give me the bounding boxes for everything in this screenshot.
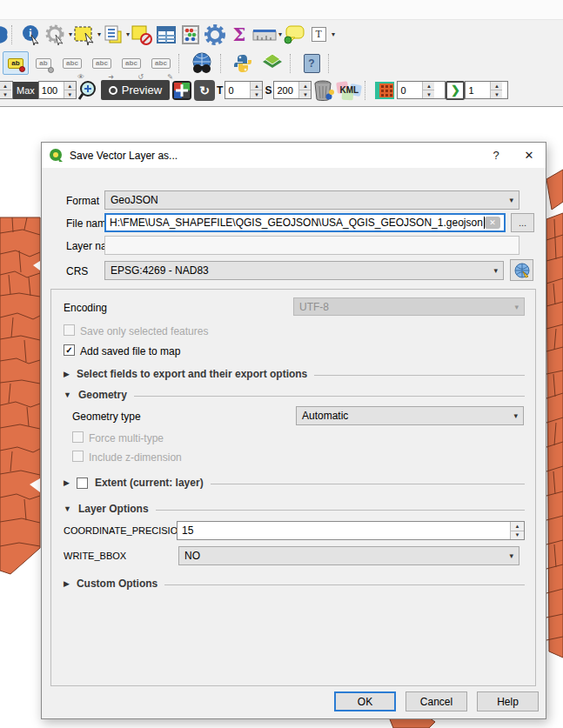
help-button[interactable]: ? [298, 51, 325, 75]
clear-text-icon[interactable]: ✕ [485, 217, 500, 229]
raster-grid-button[interactable] [373, 78, 396, 102]
map-tips-button[interactable] [283, 23, 305, 46]
geometry-checker-button[interactable] [258, 51, 286, 75]
write-bbox-label: WRITE_BBOX [64, 551, 126, 561]
magnifier-plus-icon [77, 79, 100, 102]
dialog-help-button[interactable]: ? [479, 143, 513, 168]
python-console-button[interactable] [229, 51, 257, 75]
layer-options-section-header[interactable]: ▼ Layer Options [64, 503, 525, 515]
separator [178, 54, 184, 73]
measure-dropdown[interactable]: ▾ [278, 30, 282, 38]
s-value-spinner[interactable]: 200 ▲▼ [273, 81, 312, 99]
collapsed-arrow-icon[interactable]: ▶ [64, 370, 70, 378]
filename-input[interactable]: H:\FME\USA_SHAPEFILE\QGIS_GEOJSON\USA_QG… [104, 213, 506, 232]
statistics-panel-button[interactable] [179, 23, 202, 46]
rotate-label-button[interactable]: abc ↺ [117, 51, 145, 75]
dialog-close-button[interactable]: ✕ [513, 143, 546, 168]
processing-toolbox-button[interactable] [204, 23, 226, 46]
help-dialog-button[interactable]: Help [477, 691, 539, 711]
measure-button[interactable] [252, 23, 277, 46]
select-features-dropdown[interactable]: ▾ [97, 30, 101, 38]
expanded-arrow-icon[interactable]: ▼ [64, 504, 71, 513]
attribute-table-icon [156, 25, 177, 44]
crs-select-button[interactable] [510, 259, 533, 281]
chevron-down-icon: ▾ [514, 303, 519, 311]
text-annotation-button[interactable]: T [307, 23, 330, 46]
encoding-label: Encoding [64, 302, 107, 314]
help-book-icon: ? [304, 54, 320, 73]
ok-button[interactable]: OK [334, 691, 396, 711]
crs-label: CRS [66, 265, 88, 277]
layer-diagram-button[interactable]: ab [30, 51, 57, 75]
preview-toggle-button[interactable]: Preview [101, 80, 170, 100]
select-by-form-dropdown[interactable]: ▾ [126, 30, 130, 38]
open-attribute-table-button[interactable] [155, 23, 178, 46]
toolbar-row-labels: ab ab abc 👁 abc ➜ abc ↺ abc ✎ [0, 49, 563, 77]
extent-checkbox[interactable] [77, 478, 88, 489]
save-vector-layer-dialog: Save Vector Layer as... ? ✕ Format GeoJS… [41, 142, 546, 719]
collapsed-arrow-icon[interactable]: ▶ [64, 478, 70, 487]
select-features-button[interactable] [73, 23, 96, 46]
encoding-combo: UTF-8 ▾ [293, 297, 525, 316]
max-value-spinner[interactable]: 100 ▲▼ [38, 81, 77, 99]
feature-action-dropdown[interactable]: ▾ [69, 30, 72, 38]
select-by-form-button[interactable] [102, 23, 124, 46]
coordinate-precision-spinner[interactable]: 15 ▲▼ [177, 521, 525, 540]
extent-section-header[interactable]: ▶ Extent (current: layer) [64, 477, 525, 489]
step-forward-button[interactable]: ❯ [446, 81, 465, 100]
identify-features-button[interactable]: i [20, 23, 43, 46]
dialog-titlebar[interactable]: Save Vector Layer as... ? ✕ [42, 143, 546, 168]
statistics-abacus-icon [180, 24, 201, 45]
deselect-features-button[interactable] [131, 23, 153, 46]
collapsed-arrow-icon[interactable]: ▶ [64, 579, 70, 588]
text-annotation-icon: T [312, 27, 326, 42]
run-feature-action-button[interactable] [44, 23, 67, 46]
add-to-map-checkbox[interactable]: ✓ [64, 344, 75, 356]
force-multi-label: Force multi-type [89, 432, 164, 444]
format-combo[interactable]: GeoJSON ▾ [104, 190, 519, 210]
sigma-icon: Σ [233, 25, 246, 43]
change-label-button[interactable]: abc ✎ [147, 51, 175, 75]
clipped-spinner[interactable]: ▲▼ [0, 81, 13, 99]
divider [314, 375, 525, 376]
move-label-button[interactable]: abc ➜ [88, 51, 116, 75]
toolbar-area: i ▾ ▾ [0, 0, 563, 107]
layer-labeling-button[interactable]: ab [3, 51, 29, 75]
kml-export-button[interactable]: KML [336, 81, 362, 100]
identify-features-icon: i [21, 24, 42, 45]
pan-map-icon[interactable] [0, 24, 9, 45]
pin-icon [48, 67, 54, 73]
measure-ruler-icon [252, 27, 277, 43]
metasearch-button[interactable] [187, 51, 217, 75]
refresh-button[interactable]: ↻ [194, 80, 215, 101]
geometry-type-combo[interactable]: Automatic ▾ [296, 406, 524, 425]
trash-icon [313, 79, 334, 102]
gear-icon [204, 23, 226, 46]
select-fields-section-header[interactable]: ▶ Select fields to export and their expo… [64, 368, 525, 380]
layername-input[interactable] [104, 236, 519, 255]
separator [220, 54, 225, 73]
write-bbox-combo[interactable]: NO ▾ [178, 546, 519, 565]
custom-options-section-header[interactable]: ▶ Custom Options [64, 578, 525, 590]
step-value-spinner[interactable]: 1 ▲▼ [465, 81, 508, 99]
show-statistical-summary-button[interactable]: Σ [228, 23, 251, 46]
highlight-labels-button[interactable]: abc 👁 [58, 51, 86, 75]
chevron-right-icon: ❯ [451, 83, 460, 97]
select-features-icon [73, 24, 96, 45]
text-annotation-dropdown[interactable]: ▾ [332, 30, 335, 38]
browse-button[interactable]: ... [511, 213, 534, 232]
abc-tag-icon: abc [63, 58, 82, 69]
new-map-view-button[interactable] [171, 78, 193, 102]
zoom-magnifier-button[interactable] [77, 78, 100, 102]
cancel-button[interactable]: Cancel [405, 691, 467, 711]
t-value-spinner[interactable]: 0 ▲▼ [225, 81, 263, 99]
separator [11, 25, 17, 44]
python-icon [232, 53, 253, 74]
expanded-arrow-icon[interactable]: ▼ [64, 391, 71, 399]
separator [290, 54, 295, 73]
grid-value-spinner[interactable]: 0 ▲▼ [397, 81, 446, 99]
crs-combo[interactable]: EPSG:4269 - NAD83 ▾ [104, 261, 504, 280]
add-to-map-label: Add saved file to map [80, 345, 180, 357]
geometry-section-header[interactable]: ▼ Geometry [64, 389, 525, 401]
delete-button[interactable] [312, 78, 335, 102]
